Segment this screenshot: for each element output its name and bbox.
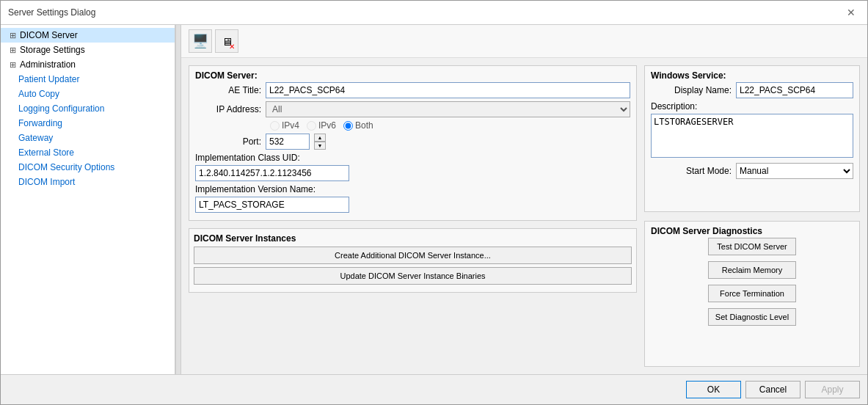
ipv4-radio-label: IPv4: [270, 120, 299, 131]
start-mode-label: Start Mode:: [651, 166, 732, 176]
content-area: DICOM Server: AE Title: IP Address: All: [181, 58, 867, 374]
toolbar: 🖥️ 🖥 ✕: [181, 25, 867, 58]
ae-title-label: AE Title:: [195, 85, 261, 95]
sidebar-item-storage-settings[interactable]: ⊞Storage Settings: [1, 43, 175, 57]
description-section: Description: LTSTORAGESERVER: [651, 101, 853, 160]
port-label: Port:: [195, 136, 261, 147]
display-name-input[interactable]: [736, 82, 853, 98]
sidebar-label-dicom-server: DICOM Server: [20, 30, 78, 40]
delete-overlay-icon: ✕: [229, 43, 235, 51]
port-input[interactable]: [266, 134, 310, 150]
sidebar-label-administration: Administration: [20, 59, 76, 70]
dialog-footer: OK Cancel Apply: [1, 374, 867, 404]
instances-section: DICOM Server Instances Create Additional…: [189, 228, 637, 293]
delete-server-button[interactable]: 🖥 ✕: [215, 29, 238, 53]
impl-version-label: Implementation Version Name:: [195, 184, 630, 194]
impl-class-label: Implementation Class UID:: [195, 153, 630, 163]
expand-icon-administration: ⊞: [10, 60, 17, 70]
ipv4-radio[interactable]: [270, 121, 280, 131]
dialog-title: Server Settings Dialog: [8, 7, 95, 18]
sidebar-label-gateway: Gateway: [18, 133, 53, 143]
diagnostics-buttons: Test DICOM Server Reclaim Memory Force T…: [651, 238, 853, 329]
create-instance-button[interactable]: Create Additional DICOM Server Instance.…: [194, 247, 632, 264]
sidebar: ⊞DICOM Server⊞Storage Settings⊞Administr…: [1, 25, 175, 374]
sidebar-label-storage-settings: Storage Settings: [20, 45, 85, 55]
ip-address-select[interactable]: All: [266, 101, 630, 117]
monitor-icon: 🖥️: [192, 33, 208, 49]
impl-version-section: Implementation Version Name:: [195, 184, 630, 213]
port-increment-button[interactable]: ▲: [314, 134, 326, 142]
dialog-body: ⊞DICOM Server⊞Storage Settings⊞Administr…: [1, 25, 867, 374]
impl-class-section: Implementation Class UID:: [195, 153, 630, 181]
impl-class-input[interactable]: [195, 165, 349, 181]
expand-icon-storage-settings: ⊞: [10, 45, 17, 55]
set-diagnostic-button[interactable]: Set Diagnostic Level: [708, 308, 796, 326]
display-name-label: Display Name:: [651, 85, 732, 95]
title-bar: Server Settings Dialog ✕: [1, 1, 867, 25]
sidebar-item-auto-copy[interactable]: Auto Copy: [1, 87, 175, 101]
ip-address-row: IP Address: All: [195, 101, 630, 117]
diagnostics-box: DICOM Server Diagnostics Test DICOM Serv…: [644, 221, 860, 368]
start-mode-row: Start Mode: Manual Automatic Disabled: [651, 163, 853, 179]
main-content: 🖥️ 🖥 ✕ DICOM Server: AE Title:: [181, 25, 867, 374]
description-label: Description:: [651, 101, 853, 112]
ipv6-label: IPv6: [318, 120, 336, 131]
ae-title-input[interactable]: [266, 82, 630, 98]
ipv6-radio[interactable]: [307, 121, 316, 131]
sidebar-label-dicom-import: DICOM Import: [18, 177, 75, 187]
reclaim-memory-button[interactable]: Reclaim Memory: [708, 261, 796, 279]
windows-service-box: Windows Service: Display Name: Descripti…: [644, 65, 860, 212]
sidebar-label-logging-configuration: Logging Configuration: [18, 103, 104, 114]
ok-button[interactable]: OK: [686, 381, 741, 398]
ip-address-label: IP Address:: [195, 104, 261, 114]
ipv4-label: IPv4: [282, 120, 299, 131]
sidebar-label-patient-updater: Patient Updater: [18, 74, 79, 84]
dicom-server-section-title: DICOM Server:: [195, 70, 630, 81]
sidebar-label-dicom-security-options: DICOM Security Options: [18, 162, 114, 172]
port-spinner: ▲ ▼: [314, 134, 326, 150]
sidebar-item-logging-configuration[interactable]: Logging Configuration: [1, 101, 175, 116]
both-radio[interactable]: [343, 121, 353, 131]
cancel-button[interactable]: Cancel: [745, 381, 800, 398]
ipv6-radio-label: IPv6: [307, 120, 336, 131]
sidebar-item-patient-updater[interactable]: Patient Updater: [1, 72, 175, 87]
start-mode-select[interactable]: Manual Automatic Disabled: [736, 163, 853, 179]
sidebar-item-dicom-import[interactable]: DICOM Import: [1, 175, 175, 189]
dicom-server-box: DICOM Server: AE Title: IP Address: All: [189, 65, 637, 221]
test-server-button[interactable]: Test DICOM Server: [708, 238, 796, 255]
port-decrement-button[interactable]: ▼: [314, 142, 326, 150]
left-panel: DICOM Server: AE Title: IP Address: All: [189, 65, 637, 367]
sidebar-item-administration[interactable]: ⊞Administration: [1, 57, 175, 72]
sidebar-label-external-store: External Store: [18, 147, 74, 158]
ae-title-row: AE Title:: [195, 82, 630, 98]
both-radio-label: Both: [343, 120, 373, 131]
sidebar-label-auto-copy: Auto Copy: [18, 89, 59, 99]
instances-title: DICOM Server Instances: [194, 233, 632, 244]
diagnostics-title: DICOM Server Diagnostics: [651, 226, 853, 236]
apply-button[interactable]: Apply: [805, 381, 860, 398]
impl-version-input[interactable]: [195, 197, 349, 213]
display-name-row: Display Name:: [651, 82, 853, 98]
ip-radio-row: IPv4 IPv6 Both: [195, 120, 630, 131]
sidebar-item-dicom-security-options[interactable]: DICOM Security Options: [1, 160, 175, 175]
right-panel: Windows Service: Display Name: Descripti…: [644, 65, 860, 367]
sidebar-item-external-store[interactable]: External Store: [1, 145, 175, 160]
close-button[interactable]: ✕: [842, 5, 860, 20]
expand-icon-dicom-server: ⊞: [10, 31, 17, 40]
windows-service-title: Windows Service:: [651, 70, 853, 81]
sidebar-item-forwarding[interactable]: Forwarding: [1, 116, 175, 131]
add-server-button[interactable]: 🖥️: [189, 29, 212, 53]
sidebar-item-dicom-server[interactable]: ⊞DICOM Server: [1, 28, 175, 43]
port-row: Port: ▲ ▼: [195, 134, 630, 150]
force-termination-button[interactable]: Force Termination: [708, 285, 796, 302]
update-instance-button[interactable]: Update DICOM Server Instance Binaries: [194, 267, 632, 285]
ip-radio-group: IPv4 IPv6 Both: [270, 120, 373, 131]
both-label: Both: [355, 120, 373, 131]
sidebar-item-gateway[interactable]: Gateway: [1, 131, 175, 145]
description-input[interactable]: LTSTORAGESERVER: [651, 114, 853, 158]
divider: [175, 25, 181, 374]
sidebar-label-forwarding: Forwarding: [18, 118, 62, 128]
server-settings-dialog: Server Settings Dialog ✕ ⊞DICOM Server⊞S…: [0, 0, 868, 405]
